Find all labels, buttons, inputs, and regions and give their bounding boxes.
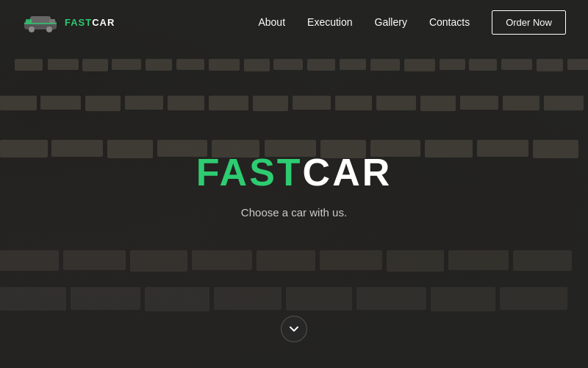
nav-item-execution[interactable]: Execution (307, 15, 352, 29)
logo-text: FASTCAR (65, 17, 115, 28)
hero-content: FASTCAR Choose a car with us. (196, 150, 392, 219)
hero-title: FASTCAR (196, 150, 392, 194)
svg-rect-4 (26, 19, 32, 24)
svg-rect-5 (49, 19, 55, 24)
hero-subtitle: Choose a car with us. (241, 206, 347, 219)
hero-title-car: CAR (303, 151, 392, 194)
nav-item-gallery[interactable]: Gallery (375, 15, 407, 29)
chevron-down-icon (289, 324, 299, 334)
nav-link-execution[interactable]: Execution (307, 16, 352, 28)
order-now-button[interactable]: Order Now (492, 10, 566, 35)
nav-link-gallery[interactable]: Gallery (375, 16, 407, 28)
logo-car: CAR (92, 17, 115, 28)
nav-link-contacts[interactable]: Contacts (429, 16, 470, 28)
scroll-down-button[interactable] (281, 316, 307, 342)
hero-title-fast: FAST (196, 151, 303, 194)
logo-fast: FAST (65, 17, 92, 28)
nav-item-about[interactable]: About (258, 15, 285, 29)
logo[interactable]: FASTCAR (22, 10, 115, 35)
svg-point-3 (46, 26, 52, 32)
svg-point-2 (29, 26, 35, 32)
nav-links: About Execution Gallery Contacts (258, 15, 470, 29)
logo-icon (22, 10, 59, 35)
hero-section: FASTCAR About Execution Gallery Contacts… (0, 0, 588, 368)
nav-link-about[interactable]: About (258, 16, 285, 28)
navbar: FASTCAR About Execution Gallery Contacts… (0, 0, 588, 44)
svg-rect-1 (30, 16, 51, 24)
nav-item-contacts[interactable]: Contacts (429, 15, 470, 29)
